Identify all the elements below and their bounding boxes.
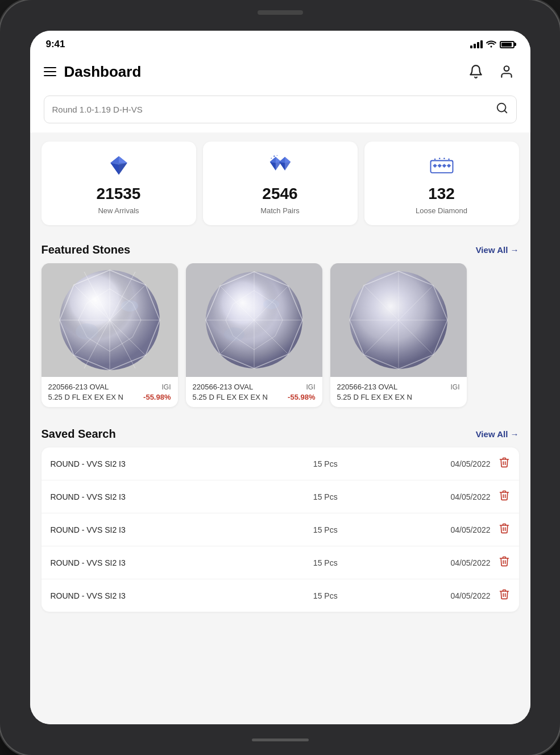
- saved-search-item-5[interactable]: ROUND - VVS SI2 I3 15 Pcs 04/05/2022: [42, 579, 519, 612]
- delete-icon-2[interactable]: [499, 489, 510, 504]
- delete-icon-3[interactable]: [499, 522, 510, 537]
- delete-icon-5[interactable]: [499, 588, 510, 603]
- header: Dashboard: [30, 55, 530, 91]
- saved-search-view-all[interactable]: View All →: [476, 429, 519, 439]
- signal-icon: [470, 40, 483, 48]
- svg-marker-21: [433, 164, 437, 168]
- saved-search-item-4[interactable]: ROUND - VVS SI2 I3 15 Pcs 04/05/2022: [42, 546, 519, 579]
- stone-info-2: 220566-213 OVAL IGI 5.25 D FL EX EX EX N…: [186, 377, 322, 407]
- match-pairs-icon: [267, 152, 294, 179]
- svg-marker-11: [269, 162, 275, 171]
- svg-point-28: [448, 159, 450, 160]
- svg-marker-24: [446, 164, 451, 168]
- hamburger-icon[interactable]: [44, 67, 56, 76]
- stone-id-1: 220566-213 OVAL: [48, 383, 109, 391]
- saved-search-list: ROUND - VVS SI2 I3 15 Pcs 04/05/2022: [42, 447, 519, 612]
- saved-search-name-4: ROUND - VVS SI2 I3: [51, 558, 271, 567]
- stone-discount-1: -55.98%: [143, 393, 171, 401]
- battery-icon: [500, 41, 515, 48]
- saved-search-title: Saved Search: [42, 428, 116, 441]
- svg-marker-5: [110, 163, 119, 175]
- match-pairs-label: Match Pairs: [260, 206, 300, 215]
- svg-marker-15: [279, 162, 285, 171]
- device-frame: 9:41: [0, 0, 560, 755]
- search-bar: [30, 91, 530, 132]
- stone-image-2: [186, 263, 322, 377]
- stone-card-2[interactable]: 220566-213 OVAL IGI 5.25 D FL EX EX EX N…: [186, 263, 322, 407]
- stone-image-3: [330, 263, 467, 377]
- saved-search-date-3: 04/05/2022: [380, 525, 491, 534]
- svg-point-52: [263, 299, 279, 309]
- saved-search-date-2: 04/05/2022: [380, 492, 491, 501]
- match-pairs-number: 2546: [262, 185, 297, 203]
- wifi-icon: [486, 40, 496, 49]
- stone-specs-2: 5.25 D FL EX EX EX N: [193, 393, 268, 401]
- loose-diamond-label: Loose Diamond: [416, 206, 467, 215]
- new-arrivals-number: 21535: [97, 185, 141, 203]
- saved-search-date-5: 04/05/2022: [380, 591, 491, 600]
- saved-search-count-5: 15 Pcs: [271, 591, 381, 600]
- svg-point-26: [438, 157, 440, 159]
- saved-search-name-1: ROUND - VVS SI2 I3: [51, 459, 271, 468]
- saved-search-date-1: 04/05/2022: [380, 459, 491, 468]
- saved-search-count-4: 15 Pcs: [271, 558, 381, 567]
- saved-search-count-2: 15 Pcs: [271, 492, 381, 501]
- saved-search-item-3[interactable]: ROUND - VVS SI2 I3 15 Pcs 04/05/2022: [42, 513, 519, 546]
- featured-stones-scroll: 220566-213 OVAL IGI 5.25 D FL EX EX EX N…: [30, 263, 530, 418]
- search-input[interactable]: [52, 105, 490, 114]
- loose-diamond-icon: [428, 152, 455, 179]
- main-content: Dashboard: [30, 55, 530, 724]
- stone-discount-2: -55.98%: [288, 393, 315, 401]
- user-icon[interactable]: [496, 61, 517, 82]
- stone-specs-3: 5.25 D FL EX EX EX N: [337, 393, 412, 401]
- saved-search-section: Saved Search View All → ROUND - VVS SI2 …: [30, 418, 530, 623]
- loose-diamond-number: 132: [428, 185, 455, 203]
- svg-marker-22: [437, 164, 442, 168]
- svg-point-17: [273, 155, 275, 157]
- delete-icon-1[interactable]: [499, 457, 510, 471]
- status-time: 9:41: [46, 39, 65, 50]
- saved-search-item-1[interactable]: ROUND - VVS SI2 I3 15 Pcs 04/05/2022: [42, 447, 519, 480]
- svg-marker-8: [119, 163, 127, 175]
- featured-stones-view-all[interactable]: View All →: [476, 245, 519, 255]
- svg-line-2: [504, 110, 507, 113]
- stat-card-loose-diamond[interactable]: 132 Loose Diamond: [364, 142, 519, 225]
- screen: 9:41: [30, 31, 530, 724]
- saved-search-name-2: ROUND - VVS SI2 I3: [51, 492, 271, 501]
- featured-stones-header: Featured Stones View All →: [30, 234, 530, 263]
- new-arrivals-label: New Arrivals: [98, 206, 139, 215]
- stone-info-3: 220566-213 OVAL IGI 5.25 D FL EX EX EX N: [330, 377, 467, 407]
- stone-image-1: [42, 263, 178, 377]
- stone-cert-3: IGI: [450, 383, 459, 391]
- featured-stones-title: Featured Stones: [42, 243, 131, 256]
- saved-search-item-2[interactable]: ROUND - VVS SI2 I3 15 Pcs 04/05/2022: [42, 480, 519, 513]
- saved-search-count-1: 15 Pcs: [271, 459, 381, 468]
- saved-search-header: Saved Search View All →: [30, 418, 530, 447]
- stone-cert-1: IGI: [161, 383, 171, 391]
- stone-id-3: 220566-213 OVAL: [337, 383, 398, 391]
- svg-point-19: [276, 155, 277, 156]
- stat-card-match-pairs[interactable]: 2546 Match Pairs: [203, 142, 358, 225]
- svg-point-18: [271, 157, 272, 159]
- stone-cert-2: IGI: [306, 383, 315, 391]
- stone-card-3[interactable]: 220566-213 OVAL IGI 5.25 D FL EX EX EX N: [330, 263, 467, 407]
- svg-marker-12: [269, 157, 275, 163]
- svg-point-51: [224, 327, 244, 341]
- bell-icon[interactable]: [466, 61, 486, 82]
- search-input-wrapper[interactable]: [44, 96, 517, 123]
- search-magnifier-icon[interactable]: [496, 102, 508, 117]
- svg-point-41: [121, 300, 138, 312]
- stat-card-new-arrivals[interactable]: 21535 New Arrivals: [42, 142, 196, 225]
- svg-marker-23: [442, 164, 446, 168]
- saved-search-count-3: 15 Pcs: [271, 525, 381, 534]
- status-bar: 9:41: [30, 31, 530, 55]
- header-right: [466, 61, 517, 82]
- svg-point-27: [443, 157, 445, 159]
- saved-search-name-5: ROUND - VVS SI2 I3: [51, 591, 271, 600]
- stone-info-1: 220566-213 OVAL IGI 5.25 D FL EX EX EX N…: [42, 377, 178, 407]
- stone-card-1[interactable]: 220566-213 OVAL IGI 5.25 D FL EX EX EX N…: [42, 263, 178, 407]
- delete-icon-4[interactable]: [499, 555, 510, 570]
- svg-point-40: [76, 323, 98, 339]
- new-arrivals-icon: [105, 152, 132, 179]
- page-title: Dashboard: [64, 63, 142, 81]
